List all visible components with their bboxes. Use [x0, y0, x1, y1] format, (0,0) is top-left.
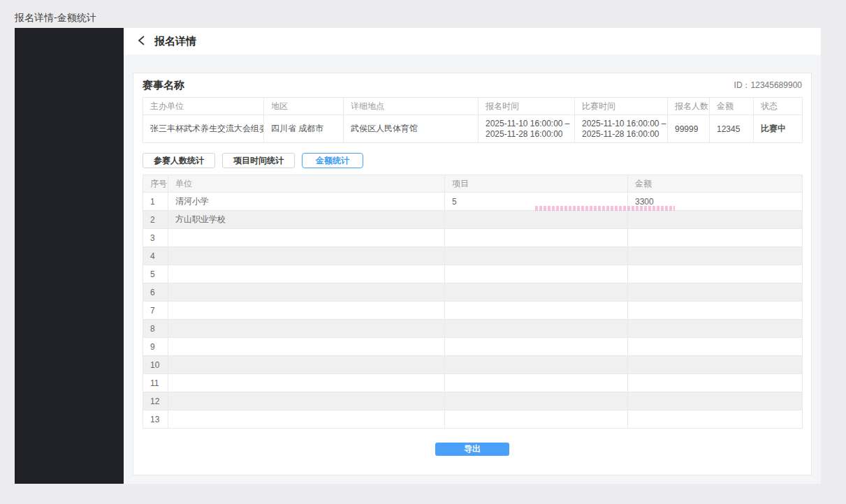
event-id: ID：12345689900	[734, 80, 802, 91]
table-row: 7	[143, 302, 803, 320]
table-row: 4	[143, 247, 803, 265]
cell-amount	[628, 356, 803, 374]
event-section-title: 赛事名称	[143, 79, 184, 92]
cell-index: 7	[143, 302, 168, 320]
cell-index: 8	[143, 320, 168, 338]
event-col-signup-time: 报名时间	[479, 98, 575, 115]
event-col-organizer: 主办单位	[143, 98, 264, 115]
event-region: 四川省 成都市	[264, 115, 344, 143]
event-title-row: 赛事名称 ID：12345689900	[143, 73, 802, 97]
amounts-col-amount: 金额	[628, 175, 803, 193]
detail-header: 报名详情	[124, 28, 821, 54]
event-col-match-time: 比赛时间	[575, 98, 668, 115]
cell-unit	[168, 338, 445, 356]
cell-unit	[168, 247, 445, 265]
table-row: 11	[143, 374, 803, 392]
amounts-table: 序号 单位 项目 金额 1 清河小学 5 3300 2 方山职业学校 3 4 5	[143, 175, 803, 429]
amounts-header-row: 序号 单位 项目 金额	[143, 175, 803, 193]
table-row: 9	[143, 338, 803, 356]
cell-unit	[168, 320, 445, 338]
table-row: 2 方山职业学校	[143, 211, 803, 229]
cell-amount	[628, 229, 803, 247]
signup-time-start: 2025-11-10 16:00:00 –	[486, 119, 567, 129]
table-row: 5	[143, 265, 803, 283]
cell-index: 13	[143, 410, 168, 429]
cell-project	[445, 410, 628, 429]
cell-index: 5	[143, 265, 168, 283]
cell-index: 11	[143, 374, 168, 392]
amounts-table-body: 1 清河小学 5 3300 2 方山职业学校 3 4 5 6 7 8	[143, 193, 803, 429]
tab-amount-stats[interactable]: 金额统计	[302, 153, 363, 168]
table-row: 1 清河小学 5 3300	[143, 193, 803, 211]
cell-amount	[628, 338, 803, 356]
event-header-row: 主办单位 地区 详细地点 报名时间 比赛时间 报名人数 金额 状态	[143, 98, 803, 115]
table-row: 12	[143, 392, 803, 410]
cell-unit	[168, 283, 445, 302]
cell-unit	[168, 356, 445, 374]
cell-index: 2	[143, 211, 168, 229]
cell-index: 1	[143, 193, 168, 211]
event-col-signup-count: 报名人数	[668, 98, 710, 115]
cell-amount	[628, 320, 803, 338]
cell-project	[445, 338, 628, 356]
page-title: 报名详情-金额统计	[15, 12, 96, 24]
stat-tabs: 参赛人数统计 项目时间统计 金额统计	[143, 153, 802, 168]
cell-unit	[168, 392, 445, 410]
table-row: 8	[143, 320, 803, 338]
cell-unit	[168, 410, 445, 429]
amounts-col-unit: 单位	[168, 175, 445, 193]
event-amount: 12345	[710, 115, 754, 143]
event-col-region: 地区	[264, 98, 344, 115]
cell-project	[445, 283, 628, 302]
event-status-badge: 比赛中	[754, 115, 803, 143]
amounts-col-project: 项目	[445, 175, 628, 193]
amounts-col-index: 序号	[143, 175, 168, 193]
cell-index: 4	[143, 247, 168, 265]
cell-project	[445, 247, 628, 265]
cell-unit	[168, 265, 445, 283]
event-col-venue: 详细地点	[344, 98, 479, 115]
event-signup-count: 99999	[668, 115, 710, 143]
cell-project	[445, 320, 628, 338]
event-data-row: 张三丰杯武术养生交流大会组委会 四川省 成都市 武侯区人民体育馆 2025-11…	[143, 115, 803, 143]
event-col-status: 状态	[754, 98, 803, 115]
cell-index: 10	[143, 356, 168, 374]
cell-amount	[628, 374, 803, 392]
cell-unit	[168, 374, 445, 392]
cell-unit: 方山职业学校	[168, 211, 445, 229]
chevron-left-icon	[137, 35, 147, 48]
signup-time-end: 2025-11-28 16:00:00	[486, 129, 567, 140]
cell-unit	[168, 302, 445, 320]
cell-project: 5	[445, 193, 628, 211]
cell-amount	[628, 302, 803, 320]
match-time-start: 2025-11-10 16:00:00 –	[582, 119, 660, 129]
tab-project-time-stats[interactable]: 项目时间统计	[222, 153, 295, 168]
event-organizer: 张三丰杯武术养生交流大会组委会	[143, 115, 264, 143]
cell-project	[445, 374, 628, 392]
cell-project	[445, 229, 628, 247]
cell-project	[445, 356, 628, 374]
event-match-time: 2025-11-10 16:00:00 – 2025-11-28 16:00:0…	[575, 115, 668, 143]
table-row: 6	[143, 283, 803, 302]
table-row: 13	[143, 410, 803, 429]
export-button[interactable]: 导出	[435, 443, 509, 456]
sidebar	[15, 28, 124, 484]
cell-index: 9	[143, 338, 168, 356]
cell-index: 3	[143, 229, 168, 247]
cell-project	[445, 392, 628, 410]
cell-unit: 清河小学	[168, 193, 445, 211]
event-col-amount: 金额	[710, 98, 754, 115]
cell-amount	[628, 211, 803, 229]
event-info-table: 主办单位 地区 详细地点 报名时间 比赛时间 报名人数 金额 状态 张三丰杯武术…	[143, 97, 803, 143]
back-button[interactable]	[136, 35, 148, 47]
cell-unit	[168, 229, 445, 247]
cell-index: 12	[143, 392, 168, 410]
event-id-label: ID：	[734, 80, 751, 90]
table-row: 10	[143, 356, 803, 374]
export-row: 导出	[143, 442, 802, 456]
tab-participant-count-stats[interactable]: 参赛人数统计	[143, 153, 215, 168]
event-venue: 武侯区人民体育馆	[344, 115, 479, 143]
main-area: 报名详情 赛事名称 ID：12345689900 主办单位 地区 详细地点 报名…	[124, 28, 821, 484]
event-signup-time: 2025-11-10 16:00:00 – 2025-11-28 16:00:0…	[479, 115, 575, 143]
cell-project	[445, 265, 628, 283]
